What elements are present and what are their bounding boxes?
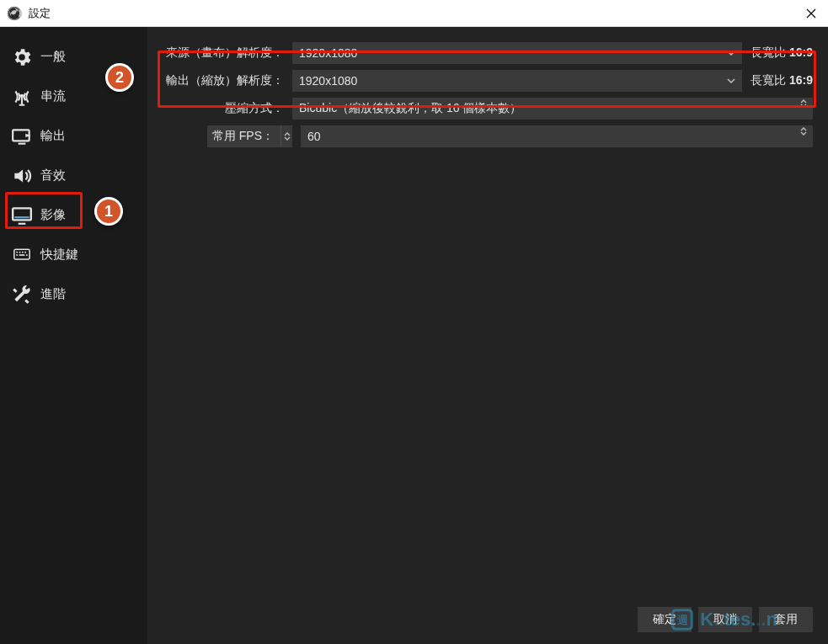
antenna-icon — [10, 86, 34, 108]
sidebar-item-label: 串流 — [40, 88, 66, 104]
spinner-arrows-icon — [798, 99, 809, 108]
aspect-value: 16:9 — [789, 45, 813, 59]
sidebar-item-label: 音效 — [40, 168, 66, 184]
sidebar-item-label: 輸出 — [40, 128, 66, 144]
svg-rect-10 — [19, 251, 21, 253]
obs-icon — [7, 6, 22, 21]
sidebar-item-advanced[interactable]: 進階 — [10, 274, 137, 314]
label-fps[interactable]: 常用 FPS： — [207, 125, 280, 147]
row-fps: 常用 FPS： 60 — [158, 125, 813, 147]
svg-rect-7 — [14, 216, 29, 218]
combo-value: 1920x1080 — [299, 46, 357, 60]
tools-icon — [10, 284, 34, 306]
svg-rect-11 — [22, 251, 24, 253]
label-base-resolution: 來源（畫布）解析度： — [158, 45, 292, 61]
combo-downscale[interactable]: Bicubic（縮放後較銳利，取 16 個樣本數） — [292, 98, 813, 120]
row-downscale: 壓縮方式： Bicubic（縮放後較銳利，取 16 個樣本數） — [158, 98, 813, 120]
sidebar-item-video[interactable]: 影像 1 — [10, 195, 137, 235]
aspect-output: 長寬比 16:9 — [751, 73, 813, 88]
sidebar-item-label: 進階 — [40, 286, 66, 302]
titlebar: 設定 — [0, 0, 828, 27]
sidebar-item-label: 一般 — [40, 49, 66, 65]
combo-output-resolution[interactable]: 1920x1080 — [292, 70, 742, 92]
combo-value: 60 — [307, 130, 321, 143]
svg-rect-9 — [16, 251, 18, 253]
output-icon — [10, 125, 34, 147]
monitor-icon — [10, 205, 34, 226]
sidebar-item-label: 快捷鍵 — [40, 247, 78, 263]
sidebar-item-audio[interactable]: 音效 — [10, 156, 137, 195]
row-base-resolution: 來源（畫布）解析度： 1920x1080 長寬比 16:9 — [158, 42, 813, 64]
annotation-badge-2: 2 — [105, 63, 134, 92]
content-area: 來源（畫布）解析度： 1920x1080 長寬比 16:9 輸出（縮放）解析度：… — [147, 27, 828, 644]
chevron-down-icon — [727, 49, 735, 57]
footer-buttons: 確定 取消 套用 — [158, 604, 813, 636]
combo-value: 1920x1080 — [299, 74, 357, 88]
ok-button[interactable]: 確定 — [638, 607, 692, 632]
sidebar: 一般 串流 輸出 — [0, 27, 147, 644]
label-output-resolution: 輸出（縮放）解析度： — [158, 73, 292, 88]
svg-rect-12 — [24, 251, 26, 253]
aspect-label: 長寬比 — [751, 45, 786, 59]
chevron-down-icon — [727, 77, 735, 85]
aspect-base: 長寬比 16:9 — [751, 45, 813, 61]
label-downscale: 壓縮方式： — [158, 101, 292, 116]
svg-point-4 — [20, 93, 24, 97]
svg-rect-6 — [13, 208, 31, 220]
aspect-label: 長寬比 — [751, 73, 786, 87]
svg-rect-14 — [19, 254, 25, 256]
speaker-icon — [10, 165, 34, 187]
keyboard-icon — [10, 247, 34, 263]
sidebar-item-output[interactable]: 輸出 — [10, 116, 137, 156]
combo-base-resolution[interactable]: 1920x1080 — [292, 42, 742, 64]
row-output-resolution: 輸出（縮放）解析度： 1920x1080 長寬比 16:9 — [158, 70, 813, 92]
apply-button[interactable]: 套用 — [759, 607, 813, 632]
sidebar-item-label: 影像 — [40, 207, 66, 223]
window-title: 設定 — [29, 6, 51, 21]
sidebar-item-hotkeys[interactable]: 快捷鍵 — [10, 235, 137, 274]
aspect-value: 16:9 — [789, 73, 813, 87]
annotation-badge-1: 1 — [94, 197, 123, 226]
svg-rect-13 — [16, 254, 18, 256]
close-button[interactable] — [801, 3, 821, 24]
spinner-arrows-icon — [798, 127, 809, 136]
combo-value: Bicubic（縮放後較銳利，取 16 個樣本數） — [299, 101, 521, 116]
svg-rect-15 — [26, 254, 28, 256]
cancel-button[interactable]: 取消 — [698, 607, 752, 632]
fps-type-spinner[interactable] — [280, 125, 292, 147]
combo-fps[interactable]: 60 — [301, 125, 813, 147]
gear-icon — [10, 46, 34, 68]
